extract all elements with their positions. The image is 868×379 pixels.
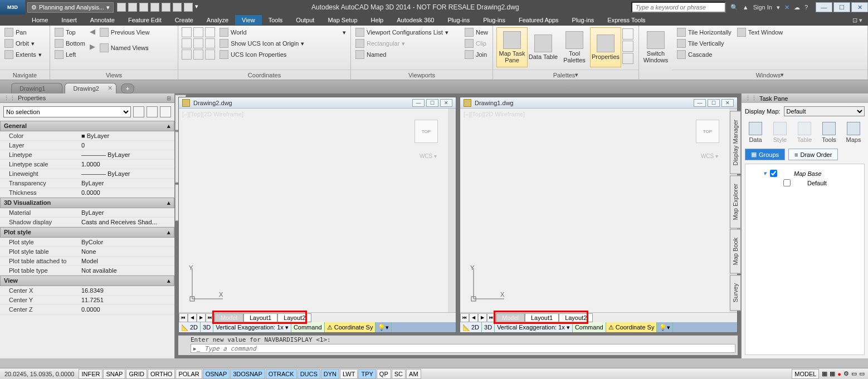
property-row[interactable]: Thickness0.0000 — [0, 188, 174, 198]
tp-tool-tools[interactable]: Tools — [820, 122, 838, 143]
property-row[interactable]: MaterialByLayer — [0, 208, 174, 218]
mode-3d-button[interactable]: 3D — [201, 322, 213, 332]
layout-tab-model[interactable]: Model — [214, 313, 243, 322]
coord-sys-seg[interactable]: ⚠ Coordinate Sy — [325, 322, 376, 332]
mode-3d-button[interactable]: 3D — [482, 322, 495, 332]
property-group-header[interactable]: 3D Visualization▴ — [0, 198, 174, 208]
property-row[interactable]: Linetype scale1.0000 — [0, 160, 174, 169]
vert-exag[interactable]: Vertical Exaggeration: 1x ▾ — [495, 322, 573, 332]
property-row[interactable]: Layer0 — [0, 141, 174, 150]
minimize-button[interactable]: — — [412, 99, 425, 107]
close-tab-icon[interactable]: ✕ — [108, 85, 113, 92]
status-toggle-grid[interactable]: GRID — [126, 369, 147, 379]
display-map-select[interactable]: Default — [784, 106, 865, 116]
viewport-named-button[interactable]: Named — [354, 50, 460, 60]
taskpane-tab-map-book[interactable]: Map Book — [730, 229, 741, 274]
ucs5-icon[interactable] — [193, 38, 203, 48]
nav-last-icon[interactable]: ⏭ — [206, 313, 214, 322]
status-toggle-lwt[interactable]: LWT — [340, 369, 358, 379]
view-nav-left-icon[interactable]: ◀ — [90, 27, 95, 36]
status-icon[interactable]: ▭ — [851, 370, 857, 377]
save-icon[interactable] — [139, 3, 148, 12]
select-objects-icon[interactable] — [147, 106, 158, 117]
status-toggle-snap[interactable]: SNAP — [103, 369, 125, 379]
maximize-button[interactable]: ☐ — [833, 2, 850, 12]
property-row[interactable]: Plot style tableNone — [0, 247, 174, 257]
property-group-header[interactable]: General▴ — [0, 121, 174, 131]
ribbon-tab-plug-ins[interactable]: Plug-ins — [565, 15, 601, 25]
ribbon-tab-analyze[interactable]: Analyze — [200, 15, 235, 25]
show-ucs-icon-button[interactable]: Show UCS Icon at Origin ▾ — [218, 38, 347, 48]
tile-horizontal-button[interactable]: Tile Horizontally — [676, 27, 733, 37]
command-line[interactable]: ▸_ — [191, 344, 735, 353]
document-tab[interactable]: Drawing2✕ — [65, 83, 116, 93]
ribbon-tab-create[interactable]: Create — [168, 15, 200, 25]
view-bottom-button[interactable]: Bottom — [53, 38, 86, 48]
drawing-viewport[interactable]: [–][Top][2D Wireframe]TOPWCS ▾YX — [179, 109, 456, 312]
status-toggle-ortho[interactable]: ORTHO — [148, 369, 175, 379]
nav-first-icon[interactable]: ⏮ — [460, 313, 469, 322]
maximize-button[interactable]: ☐ — [708, 99, 720, 107]
pan-button[interactable]: Pan — [3, 27, 43, 37]
layout-tab-model[interactable]: Model — [496, 313, 525, 322]
tp-tool-data[interactable]: Data — [746, 122, 765, 143]
ribbon-tab-home[interactable]: Home — [25, 15, 55, 25]
doc-window-titlebar[interactable]: Drawing1.dwg—☐✕ — [460, 97, 737, 109]
status-toggle-tpy[interactable]: TPY — [358, 369, 376, 379]
tab-groups[interactable]: ▦Groups — [745, 149, 785, 160]
ribbon-tab-view[interactable]: View — [235, 15, 262, 25]
world-ucs-dropdown[interactable]: World▾ — [218, 27, 347, 37]
search-input[interactable] — [631, 2, 726, 13]
viewport-new-button[interactable]: New — [464, 27, 489, 37]
tile-vertical-button[interactable]: Tile Vertically — [676, 38, 733, 48]
viewport-config-dropdown[interactable]: Viewport Configurations List ▾ — [354, 27, 460, 37]
property-row[interactable]: Center Z0.0000 — [0, 305, 174, 314]
quick-select-icon[interactable] — [133, 106, 144, 117]
data-table-button[interactable]: Data Table — [528, 27, 559, 67]
orbit-button[interactable]: Orbit ▾ — [3, 38, 43, 48]
close-button[interactable]: ✕ — [721, 99, 734, 107]
layout-tab-layout1[interactable]: Layout1 — [243, 313, 277, 322]
app-menu-button[interactable]: M3D — [0, 0, 25, 14]
drawing-viewport[interactable]: [–][Top][2D Wireframe]TOPWCS ▾YX — [460, 109, 737, 312]
properties-header[interactable]: ⋮⋮ Properties ⊞ — [0, 93, 174, 103]
saveas-icon[interactable] — [150, 3, 159, 12]
nav-next-icon[interactable]: ▶ — [478, 313, 487, 322]
layer-checkbox[interactable] — [770, 170, 777, 177]
help-icon[interactable]: ? — [804, 4, 808, 11]
property-row[interactable]: Plot table typeNot available — [0, 266, 174, 275]
toggle-pickadd-icon[interactable] — [160, 106, 171, 117]
bulb-icon[interactable]: 💡▾ — [376, 322, 392, 332]
layer-checkbox[interactable] — [783, 179, 791, 186]
annotation-scale-icon[interactable]: ● — [837, 371, 841, 377]
tool-palettes-button[interactable]: Tool Palettes — [559, 27, 590, 67]
properties-palette-button[interactable]: Properties — [590, 27, 621, 67]
status-toggle-3dosnap[interactable]: 3DOSNAP — [230, 369, 265, 379]
ribbon-tab-map-setup[interactable]: Map Setup — [321, 15, 364, 25]
viewport-rect-button[interactable]: Rectangular ▾ — [354, 38, 460, 48]
ucs1-icon[interactable] — [182, 27, 192, 37]
palette-tool2-icon[interactable] — [622, 41, 633, 52]
viewport-join-button[interactable]: Join — [464, 50, 489, 60]
property-row[interactable]: Shadow displayCasts and Receives Shad... — [0, 218, 174, 227]
signin-button[interactable]: Sign In — [753, 4, 772, 11]
nav-prev-icon[interactable]: ◀ — [188, 313, 197, 322]
cascade-button[interactable]: Cascade — [676, 50, 733, 60]
property-row[interactable]: Color■ ByLayer — [0, 131, 174, 141]
new-tab-button[interactable]: + — [121, 83, 134, 93]
coord-sys-seg[interactable]: ⚠ Coordinate Sy — [606, 322, 657, 332]
tree-item-map-base[interactable]: ▾ Map Base — [750, 169, 860, 178]
gear-icon[interactable]: ⚙ — [843, 370, 849, 377]
property-row[interactable]: Linetype———— ByLayer — [0, 150, 174, 160]
property-row[interactable]: Plot table attached toModel — [0, 257, 174, 266]
ribbon-tab-tools[interactable]: Tools — [262, 15, 290, 25]
ribbon-tab-plug-ins[interactable]: Plug-ins — [476, 15, 512, 25]
status-toggle-osnap[interactable]: OSNAP — [203, 369, 230, 379]
coordinate-display[interactable]: 20.0245, 15.0935, 0.0000 — [0, 371, 79, 377]
status-toggle-am[interactable]: AM — [406, 369, 421, 379]
property-row[interactable]: TransparencyByLayer — [0, 179, 174, 188]
maximize-button[interactable]: ☐ — [426, 99, 438, 107]
viewport-clip-button[interactable]: Clip — [464, 38, 489, 48]
switch-windows-button[interactable]: Switch Windows — [642, 27, 669, 67]
ucs3-icon[interactable] — [205, 27, 215, 37]
